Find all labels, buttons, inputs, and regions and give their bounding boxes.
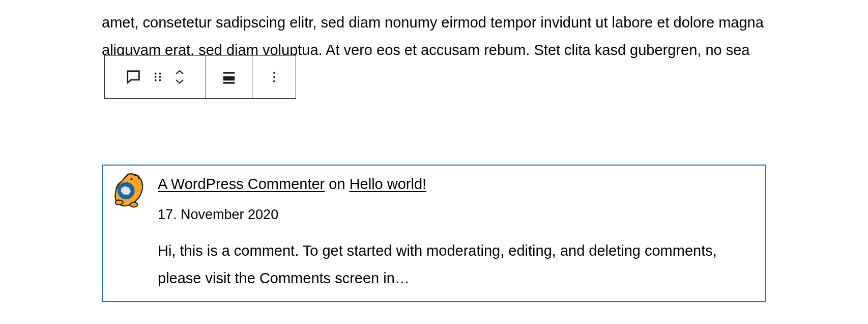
svg-point-16 (130, 203, 138, 207)
svg-point-9 (273, 72, 275, 74)
comment-separator: on (329, 176, 345, 192)
svg-point-4 (155, 79, 157, 82)
comment-content: A WordPress Commenter on Hello world! 17… (158, 171, 758, 292)
comment-header: A WordPress Commenter on Hello world! (158, 171, 758, 197)
svg-point-11 (273, 80, 275, 82)
commenter-avatar (110, 171, 149, 209)
comment-date: 17. November 2020 (158, 202, 758, 227)
svg-rect-8 (223, 82, 235, 84)
comment-body-text: Hi, this is a comment. To get started wi… (158, 237, 758, 292)
comment-block-icon[interactable] (125, 68, 142, 86)
comment-post-link[interactable]: Hello world! (350, 176, 427, 192)
align-icon (220, 68, 238, 86)
drag-handle-icon[interactable] (151, 70, 164, 84)
svg-point-1 (159, 73, 161, 75)
svg-point-3 (159, 76, 161, 78)
svg-rect-6 (223, 72, 235, 74)
svg-point-14 (130, 178, 133, 181)
svg-point-15 (115, 200, 123, 205)
more-options-button[interactable] (252, 56, 296, 98)
chevron-down-icon[interactable] (173, 77, 186, 86)
svg-point-2 (155, 76, 157, 78)
move-arrows (173, 68, 186, 86)
block-toolbar (104, 55, 296, 99)
svg-point-0 (155, 73, 157, 75)
latest-comments-block[interactable]: A WordPress Commenter on Hello world! 17… (102, 165, 766, 302)
svg-point-10 (273, 76, 275, 78)
svg-point-5 (159, 79, 161, 82)
align-button[interactable] (206, 56, 252, 98)
more-vertical-icon (267, 70, 281, 84)
chevron-up-icon[interactable] (173, 68, 186, 76)
svg-rect-7 (223, 76, 235, 81)
comment-author-link[interactable]: A WordPress Commenter (158, 176, 325, 192)
